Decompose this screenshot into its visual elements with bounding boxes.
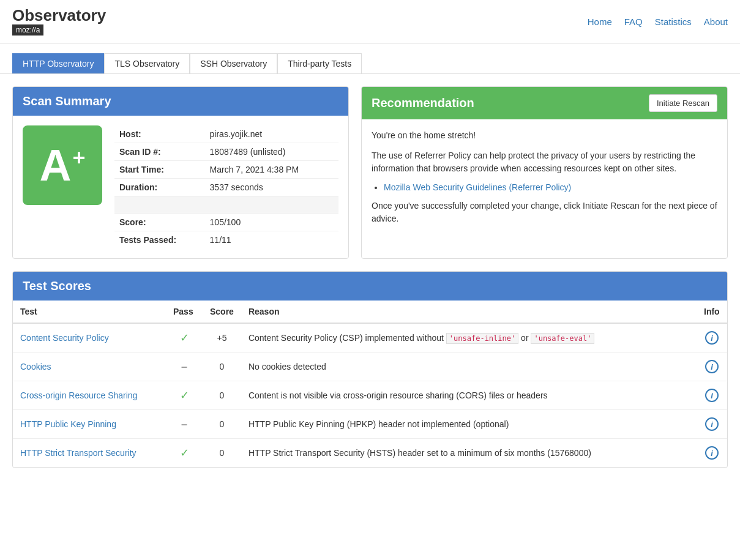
header: Observatory moz://a Home FAQ Statistics …: [0, 0, 740, 43]
nav-faq[interactable]: FAQ: [624, 17, 643, 27]
reason-csp: Content Security Policy (CSP) implemente…: [241, 323, 697, 353]
recommendation-body: You're on the home stretch! The use of R…: [362, 119, 727, 242]
test-link-cors[interactable]: Cross-origin Resource Sharing: [20, 390, 137, 400]
initiate-rescan-button[interactable]: Initiate Rescan: [649, 94, 717, 112]
scan-details-table: Host: piras.yojik.net Scan ID #: 1808748…: [114, 125, 338, 248]
test-scores-header: Test Scores: [13, 272, 727, 301]
table-row: HTTP Strict Transport Security ✓ 0 HTTP …: [13, 439, 727, 468]
col-header-test: Test: [13, 301, 166, 323]
logo: Observatory moz://a: [12, 7, 106, 35]
pass-dash-icon: –: [181, 418, 187, 430]
info-icon-cors[interactable]: i: [705, 389, 719, 402]
test-scores-section: Test Scores Test Pass Score Reason Info …: [12, 271, 728, 468]
pass-dash-icon: –: [181, 360, 187, 373]
score-hpkp: 0: [203, 410, 241, 439]
tab-third-party[interactable]: Third-party Tests: [277, 53, 362, 73]
pass-check-icon: ✓: [180, 389, 189, 401]
info-icon-cookies[interactable]: i: [705, 360, 719, 373]
field-host-label: Host:: [114, 125, 205, 143]
field-duration-label: Duration:: [114, 179, 205, 196]
reason-cookies: No cookies detected: [241, 353, 697, 381]
rec-link[interactable]: Mozilla Web Security Guidelines (Referre…: [384, 182, 571, 192]
nav-home[interactable]: Home: [588, 17, 612, 27]
pass-check-icon: ✓: [180, 332, 189, 344]
table-row-empty: [114, 196, 338, 214]
nav-about[interactable]: About: [704, 17, 728, 27]
code-unsafe-eval: 'unsafe-eval': [531, 333, 594, 344]
tab-tls-observatory[interactable]: TLS Observatory: [104, 53, 190, 73]
rec-text2: The use of Referrer Policy can help prot…: [372, 149, 717, 175]
table-row: Start Time: March 7, 2021 4:38 PM: [114, 161, 338, 179]
table-row: Content Security Policy ✓ +5 Content Sec…: [13, 323, 727, 353]
code-unsafe-inline: 'unsafe-inline': [446, 333, 518, 344]
score-cors: 0: [203, 381, 241, 410]
field-host-value: piras.yojik.net: [205, 125, 338, 143]
reason-cors: Content is not visible via cross-origin …: [241, 381, 697, 410]
tab-http-observatory[interactable]: HTTP Observatory: [12, 53, 104, 73]
table-row: Cross-origin Resource Sharing ✓ 0 Conten…: [13, 381, 727, 410]
field-starttime-label: Start Time:: [114, 161, 205, 179]
logo-badge: moz://a: [12, 24, 43, 35]
tabs: HTTP Observatory TLS Observatory SSH Obs…: [0, 43, 740, 74]
scan-body: A+ Host: piras.yojik.net Scan ID #: 1808…: [13, 116, 348, 258]
recommendation: Recommendation Initiate Rescan You're on…: [361, 86, 728, 259]
rec-text1: You're on the home stretch!: [372, 129, 717, 142]
site-title: Observatory: [12, 7, 106, 23]
score-cookies: 0: [203, 353, 241, 381]
recommendation-header: Recommendation Initiate Rescan: [362, 87, 727, 119]
test-link-cookies[interactable]: Cookies: [20, 362, 51, 371]
table-row: Tests Passed: 11/11: [114, 231, 338, 249]
grade-letter: A+: [39, 143, 85, 187]
test-link-hsts[interactable]: HTTP Strict Transport Security: [20, 448, 136, 458]
tab-ssh-observatory[interactable]: SSH Observatory: [190, 53, 277, 73]
scan-summary-header: Scan Summary: [13, 87, 348, 116]
nav: Home FAQ Statistics About: [588, 17, 728, 27]
info-icon-hpkp[interactable]: i: [705, 417, 719, 431]
col-header-reason: Reason: [241, 301, 697, 323]
grade-plus: +: [72, 145, 85, 170]
scan-summary: Scan Summary A+ Host: piras.yojik.net: [12, 86, 349, 259]
reason-hpkp: HTTP Public Key Pinning (HPKP) header no…: [241, 410, 697, 439]
pass-check-icon: ✓: [180, 447, 189, 459]
table-row: Host: piras.yojik.net: [114, 125, 338, 143]
test-link-csp[interactable]: Content Security Policy: [20, 333, 109, 343]
table-row: Scan ID #: 18087489 (unlisted): [114, 143, 338, 161]
field-score-value: 105/100: [205, 214, 338, 231]
rec-text3: Once you've successfully completed your …: [372, 200, 717, 225]
field-starttime-value: March 7, 2021 4:38 PM: [205, 161, 338, 179]
grade-box: A+: [23, 125, 102, 205]
field-testspassed-label: Tests Passed:: [114, 231, 205, 249]
table-row: Cookies – 0 No cookies detected i: [13, 353, 727, 381]
recommendation-title: Recommendation: [372, 96, 474, 110]
info-icon-hsts[interactable]: i: [705, 446, 719, 460]
table-row: Score: 105/100: [114, 214, 338, 231]
main-content: Scan Summary A+ Host: piras.yojik.net: [0, 74, 740, 480]
col-header-score: Score: [203, 301, 241, 323]
table-row: Duration: 3537 seconds: [114, 179, 338, 196]
field-scanid-label: Scan ID #:: [114, 143, 205, 161]
scores-table: Test Pass Score Reason Info Content Secu…: [13, 301, 727, 468]
nav-statistics[interactable]: Statistics: [655, 17, 692, 27]
field-testspassed-value: 11/11: [205, 231, 338, 249]
field-duration-value: 3537 seconds: [205, 179, 338, 196]
col-header-info: Info: [697, 301, 727, 323]
reason-hsts: HTTP Strict Transport Security (HSTS) he…: [241, 439, 697, 468]
field-scanid-value: 18087489 (unlisted): [205, 143, 338, 161]
top-row: Scan Summary A+ Host: piras.yojik.net: [12, 86, 728, 259]
info-icon-csp[interactable]: i: [705, 331, 719, 345]
table-row: HTTP Public Key Pinning – 0 HTTP Public …: [13, 410, 727, 439]
score-hsts: 0: [203, 439, 241, 468]
score-csp: +5: [203, 323, 241, 353]
test-link-hpkp[interactable]: HTTP Public Key Pinning: [20, 419, 116, 429]
col-header-pass: Pass: [166, 301, 203, 323]
field-score-label: Score:: [114, 214, 205, 231]
